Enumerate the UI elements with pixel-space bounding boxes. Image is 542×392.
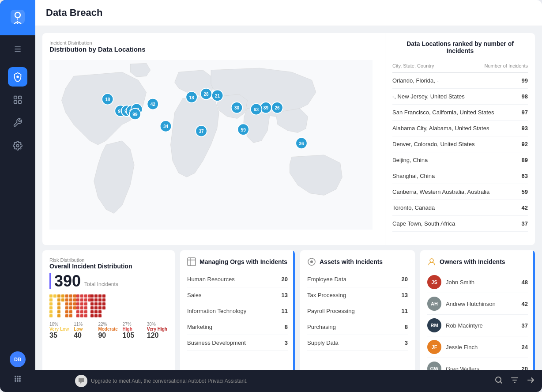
org-count: 20 [282,276,288,283]
location-name: Denver, Colorado, United States [392,141,474,147]
sidebar-item-shield[interactable] [8,67,27,87]
dot [84,306,87,309]
org-count: 3 [285,339,288,346]
location-row: San Francisco, California, United States… [392,105,528,121]
dot [76,298,79,302]
dot [69,306,72,309]
search-action-button[interactable] [494,376,503,387]
owners-rows: JS John Smith 48 AH Andrew Hutchinson 42… [427,271,528,370]
dot [80,298,83,302]
svg-text:21: 21 [215,94,220,98]
assets-panel: Assets with Incidents Employee Data20Tax… [300,250,415,370]
owner-avatar: GW [427,362,441,370]
sidebar-item-settings[interactable] [8,136,27,155]
location-name: Shanghai, China [392,173,435,179]
dot [49,314,53,317]
location-name: Beijing, China [392,157,428,163]
owner-count: 24 [522,344,528,351]
dot [84,314,87,317]
dot [98,310,102,313]
risk-label: Low [74,327,94,332]
risk-segment: 27% High 105 [123,322,143,339]
svg-point-8 [15,376,16,377]
svg-text:30: 30 [234,106,240,110]
orgs-panel: Managing Orgs with Incidents Human Resou… [180,250,295,370]
risk-segment: 22% Moderate 90 [98,322,119,339]
locations-header: City, State, Country Number of Incidents [392,60,528,73]
svg-rect-54 [188,258,196,266]
chatbot-message: Upgrade to meet Auti, the conversational… [75,375,248,387]
location-count: 97 [522,109,528,116]
dot [98,314,102,317]
org-name: Business Development [187,339,246,346]
dot [76,314,79,317]
dot [73,302,76,305]
risk-label: Very High [147,327,168,332]
dot [80,302,83,305]
owners-panel: Owners with Incidents JS John Smith 48 A… [420,250,535,370]
dot [80,306,83,309]
dot [49,302,53,305]
dot [57,298,60,302]
world-map-svg: 18 42 18 28 21 [49,57,373,233]
map-header: Incident Distribution Distribution by Da… [49,40,373,53]
dot [69,310,72,313]
svg-text:34: 34 [163,124,169,129]
filter-action-button[interactable] [510,376,519,387]
risk-label: Very Low [49,327,70,332]
dot [94,302,98,305]
svg-rect-5 [14,101,17,103]
risk-pct: 11% [74,322,94,327]
dot [98,294,102,298]
dot [49,306,53,309]
arrow-action-button[interactable] [526,376,535,387]
dot [76,306,79,309]
asset-row: Employee Data20 [307,271,408,287]
assets-rows: Employee Data20Tax Processing13Payroll P… [307,271,408,351]
apps-icon[interactable] [10,371,26,387]
assets-header: Assets with Incidents [307,257,408,266]
asset-row: Purchasing8 [307,319,408,335]
asset-count: 3 [405,339,408,346]
orgs-rows: Human Resources20Sales13Information Tech… [187,271,288,351]
dot [57,306,60,309]
svg-point-58 [310,260,313,263]
asset-name: Employee Data [307,276,346,283]
location-row: Cape Town, South Africa37 [392,216,528,232]
map-subtitle: Incident Distribution [49,40,373,45]
risk-value: 105 [123,332,143,339]
org-row: Information Technology11 [187,303,288,319]
col2-header: Number of Incidents [485,63,528,68]
sidebar-nav [8,64,27,346]
owner-row: JF Jessie Finch 24 [427,336,528,358]
dot [65,294,68,298]
dot [90,310,94,313]
dot [49,298,53,302]
dot [65,306,68,309]
dot [84,294,87,298]
sidebar-bottom: DB [10,346,26,392]
sidebar-item-tools[interactable] [8,113,27,132]
org-row: Sales13 [187,287,288,303]
owner-row: AH Andrew Hutchinson 42 [427,293,528,315]
chat-bubble-icon [75,375,87,387]
risk-pct: 30% [147,322,168,327]
svg-text:28: 28 [203,92,209,97]
location-row: Denver, Colorado, United States92 [392,136,528,152]
svg-rect-4 [19,96,21,99]
owner-count: 48 [522,279,528,286]
sidebar-item-dashboard[interactable] [8,90,27,109]
risk-segment: 10% Very Low 35 [49,322,70,339]
svg-point-11 [15,378,16,380]
sidebar: securiti ☰ [0,0,35,392]
dot [102,306,105,309]
top-section: Incident Distribution Distribution by Da… [42,33,535,245]
locations-panel: Data Locations ranked by number of Incid… [385,33,535,245]
menu-toggle[interactable]: ☰ [9,41,26,58]
owner-avatar: JS [427,275,441,289]
bottom-section: Risk Distribution Overall Incident Distr… [42,250,535,370]
locations-title: Data Locations ranked by number of Incid… [392,40,528,54]
user-avatar[interactable]: DB [10,351,26,367]
dot [102,302,105,305]
svg-text:26: 26 [275,106,280,110]
